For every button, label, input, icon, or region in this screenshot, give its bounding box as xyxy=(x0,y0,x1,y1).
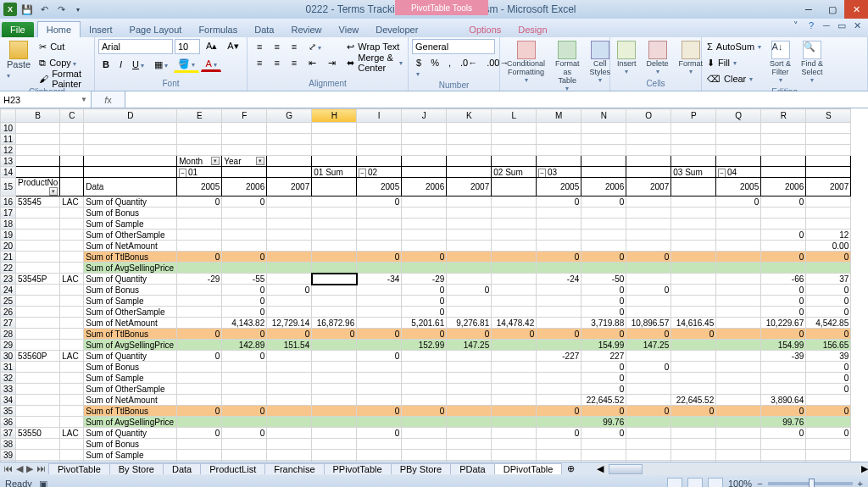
cell-L23[interactable] xyxy=(492,274,537,285)
cell-B25[interactable] xyxy=(16,296,60,307)
col-header-G[interactable]: G xyxy=(267,109,312,123)
cell-P12[interactable] xyxy=(671,145,716,156)
cell-F35[interactable]: 0 xyxy=(222,406,267,417)
cell-Q25[interactable] xyxy=(716,296,761,307)
cell-B21[interactable] xyxy=(16,252,60,263)
collapse-icon[interactable]: − xyxy=(359,169,366,178)
row-header-28[interactable]: 28 xyxy=(1,329,16,340)
cell-J18[interactable] xyxy=(402,219,447,230)
cell-S38[interactable] xyxy=(806,439,851,450)
cell-B27[interactable] xyxy=(16,318,60,329)
cell-K25[interactable] xyxy=(447,296,492,307)
cell-E31[interactable] xyxy=(177,362,222,373)
cell-B28[interactable] xyxy=(16,329,60,340)
cell-D12[interactable] xyxy=(84,145,177,156)
cell-E19[interactable] xyxy=(177,230,222,241)
cell-C40[interactable] xyxy=(60,461,84,462)
cell-J26[interactable]: 0 xyxy=(402,307,447,318)
cell-S13[interactable] xyxy=(806,156,851,167)
cell-J13[interactable] xyxy=(402,156,447,167)
sheet-tab-data[interactable]: Data xyxy=(163,463,201,474)
cell-D19[interactable]: Sum of OtherSample xyxy=(84,230,177,241)
col-header-H[interactable]: H xyxy=(312,109,357,123)
row-header-34[interactable]: 34 xyxy=(1,395,16,406)
cell-I14[interactable]: −02 xyxy=(357,167,402,178)
comma-button[interactable]: , xyxy=(444,56,455,80)
cell-I29[interactable] xyxy=(357,340,402,351)
cell-Q10[interactable] xyxy=(716,123,761,134)
cell-I21[interactable]: 0 xyxy=(357,252,402,263)
cell-Q23[interactable] xyxy=(716,274,761,285)
cell-O37[interactable] xyxy=(626,428,671,439)
cell-G31[interactable] xyxy=(267,362,312,373)
cell-P31[interactable] xyxy=(671,362,716,373)
row-header-29[interactable]: 29 xyxy=(1,340,16,351)
cell-L36[interactable] xyxy=(492,417,537,428)
cell-F30[interactable]: 0 xyxy=(222,351,267,362)
cell-O20[interactable] xyxy=(626,241,671,252)
cell-P27[interactable]: 14,616.45 xyxy=(671,318,716,329)
cell-J15[interactable]: 2006 xyxy=(402,178,447,196)
cell-Q34[interactable] xyxy=(716,395,761,406)
cell-F34[interactable] xyxy=(222,395,267,406)
find-select-button[interactable]: 🔍Find & Select xyxy=(798,39,826,86)
cell-O17[interactable] xyxy=(626,208,671,219)
col-header-M[interactable]: M xyxy=(537,109,581,123)
row-header-23[interactable]: 23 xyxy=(1,274,16,285)
sheet-tab-by store[interactable]: By Store xyxy=(109,463,164,474)
cell-H11[interactable] xyxy=(312,134,357,145)
cell-O32[interactable] xyxy=(626,373,671,384)
cell-B12[interactable] xyxy=(16,145,60,156)
cell-B39[interactable] xyxy=(16,450,60,461)
cell-M17[interactable] xyxy=(537,208,581,219)
cell-I19[interactable] xyxy=(357,230,402,241)
cell-M15[interactable]: 2005 xyxy=(537,178,581,196)
cell-D35[interactable]: Sum of TtlBonus xyxy=(84,406,177,417)
cell-L19[interactable] xyxy=(492,230,537,241)
cell-L11[interactable] xyxy=(492,134,537,145)
tab-options[interactable]: Options xyxy=(460,22,509,37)
cell-D18[interactable]: Sum of Sample xyxy=(84,219,177,230)
cell-P14[interactable]: 03 Sum xyxy=(671,167,716,178)
cell-H21[interactable] xyxy=(312,252,357,263)
cell-L13[interactable] xyxy=(492,156,537,167)
cell-H30[interactable] xyxy=(312,351,357,362)
cell-E32[interactable] xyxy=(177,373,222,384)
cell-O33[interactable] xyxy=(626,384,671,395)
cell-R21[interactable]: 0 xyxy=(761,252,806,263)
cell-N15[interactable]: 2006 xyxy=(581,178,626,196)
cell-L14[interactable]: 02 Sum xyxy=(492,167,537,178)
col-header-P[interactable]: P xyxy=(671,109,716,123)
cell-I17[interactable] xyxy=(357,208,402,219)
cell-K15[interactable]: 2007 xyxy=(447,178,492,196)
cell-K34[interactable] xyxy=(447,395,492,406)
cell-G32[interactable] xyxy=(267,373,312,384)
qat-customize-icon[interactable]: ▾ xyxy=(71,3,85,16)
cell-B24[interactable] xyxy=(16,285,60,296)
cell-S18[interactable] xyxy=(806,219,851,230)
cell-K38[interactable] xyxy=(447,439,492,450)
cell-M30[interactable]: -227 xyxy=(537,351,581,362)
cell-J21[interactable]: 0 xyxy=(402,252,447,263)
cell-B32[interactable] xyxy=(16,373,60,384)
cell-R24[interactable]: 0 xyxy=(761,285,806,296)
col-header-L[interactable]: L xyxy=(492,109,537,123)
cell-B30[interactable]: 53560P xyxy=(16,351,60,362)
cell-S37[interactable]: 0 xyxy=(806,428,851,439)
cell-Q35[interactable] xyxy=(716,406,761,417)
cell-O16[interactable] xyxy=(626,196,671,208)
cell-G21[interactable] xyxy=(267,252,312,263)
cell-M31[interactable] xyxy=(537,362,581,373)
macro-record-icon[interactable]: ▣ xyxy=(39,479,47,488)
cell-K17[interactable] xyxy=(447,208,492,219)
cell-D13[interactable] xyxy=(84,156,177,167)
cell-O15[interactable]: 2007 xyxy=(626,178,671,196)
cell-G33[interactable] xyxy=(267,384,312,395)
col-header-K[interactable]: K xyxy=(447,109,492,123)
cell-L30[interactable] xyxy=(492,351,537,362)
cell-J27[interactable]: 5,201.61 xyxy=(402,318,447,329)
cell-F11[interactable] xyxy=(222,134,267,145)
cell-E21[interactable]: 0 xyxy=(177,252,222,263)
cell-J40[interactable] xyxy=(402,461,447,462)
cell-M26[interactable] xyxy=(537,307,581,318)
